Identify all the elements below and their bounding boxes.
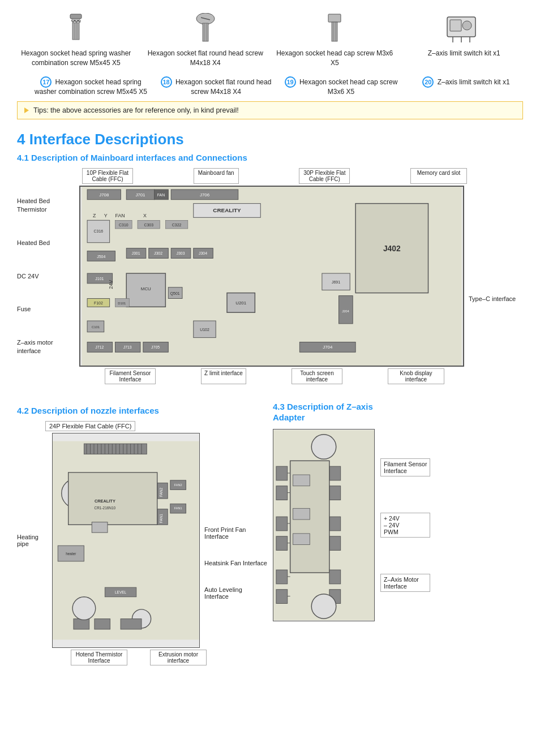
bottom-label-2: Touch screeninterface — [292, 368, 342, 384]
left-label-dc24v: DC 24V — [17, 273, 79, 280]
zaxis-pcb — [273, 429, 375, 621]
svg-text:J704: J704 — [323, 345, 333, 350]
zaxis-diagram-outer: Filament SensorInterface + 24V– 24VPWM Z… — [273, 429, 523, 621]
accessory-18: Hexagon socket flat round head screw M4x… — [147, 11, 265, 68]
svg-text:LEVEL: LEVEL — [115, 590, 127, 594]
svg-text:J302: J302 — [154, 251, 162, 255]
svg-rect-128 — [329, 466, 341, 480]
right-label-typec: Type–C interface — [469, 295, 526, 302]
top-labels: 10P Flexible FlatCable (FFC) Mainboard f… — [82, 168, 467, 184]
svg-rect-2 — [72, 23, 79, 40]
front-print-fan-label: Front Print Fan Interface — [204, 526, 267, 540]
left-label-fuse: Fuse — [17, 306, 79, 312]
left-labels: Heated BedThermistor Heated Bed DC 24V F… — [17, 186, 79, 367]
svg-rect-130 — [276, 517, 288, 531]
mainboard-pcb: J708 J701 FAN J706 CREALITY J402 C316 — [79, 186, 464, 367]
left-label-zaxis-motor: Z–axis motorinterface — [17, 338, 79, 355]
hotend-thermistor-label: Hotend ThermistorInterface — [71, 650, 127, 665]
screw-icon-19 — [312, 11, 357, 45]
svg-text:X: X — [143, 213, 147, 218]
left-label-heated-bed-thermistor: Heated BedThermistor — [17, 197, 79, 213]
svg-text:FAN1: FAN1 — [159, 513, 163, 523]
mainboard-row: Heated BedThermistor Heated Bed DC 24V F… — [17, 186, 526, 367]
zaxis-svg — [273, 429, 374, 621]
svg-text:J713: J713 — [123, 345, 132, 349]
accessory-18-label: Hexagon socket flat round head screw M4x… — [147, 49, 265, 68]
label-20: 20 Z–axis limit switch kit x1 — [409, 76, 523, 96]
svg-rect-132 — [329, 517, 341, 531]
heating-pipe-label: Heating pipe — [17, 534, 49, 547]
svg-rect-1 — [72, 19, 80, 20]
screw-icon-18 — [183, 11, 228, 45]
label-18: 18 Hexagon socket flat round head screw … — [159, 76, 273, 96]
svg-point-119 — [73, 596, 96, 620]
svg-text:J701: J701 — [135, 192, 145, 197]
nozzle-top-label: 24P Flexible Flat Cable (FFC) — [45, 421, 135, 431]
svg-rect-0 — [70, 14, 82, 19]
label-17: 17 Hexagon socket head spring washer com… — [17, 76, 148, 96]
svg-text:CREALITY: CREALITY — [213, 207, 241, 213]
accessories-section: Hexagon socket head spring washer combin… — [17, 11, 523, 68]
svg-text:24V: 24V — [108, 280, 114, 289]
nozzle-board-row: Heating pipe — [17, 433, 267, 648]
section-43: 4.3 Description of Z–axisAdapter — [273, 401, 523, 665]
label-19: 19 Hexagon socket head cap screw M3x6 X5 — [284, 76, 398, 96]
svg-rect-135 — [293, 475, 310, 486]
svg-rect-113 — [74, 618, 89, 629]
svg-text:J708: J708 — [99, 192, 109, 197]
section-42: 4.2 Description of nozzle interfaces 24P… — [17, 401, 267, 665]
svg-rect-133 — [329, 536, 341, 550]
svg-rect-126 — [276, 466, 288, 480]
svg-rect-136 — [293, 508, 310, 519]
nozzle-svg: FAN2 FAN1 CREALITY CR1-216N10 — [53, 433, 199, 647]
svg-text:FAN2: FAN2 — [174, 483, 182, 487]
bottom-label-1: Z limit interface — [201, 368, 246, 384]
zaxis-filament-sensor-label: Filament SensorInterface — [380, 458, 430, 476]
svg-rect-11 — [332, 22, 337, 41]
accessory-20-label: Z–axis limit switch kit x1 — [428, 49, 500, 58]
bottom-label-3: Knob displayinterface — [388, 368, 444, 384]
svg-text:J706: J706 — [200, 192, 210, 197]
svg-text:Q501: Q501 — [170, 291, 180, 295]
zaxis-right-labels: Filament SensorInterface + 24V– 24VPWM Z… — [380, 429, 430, 621]
nozzle-right-labels: Front Print Fan Interface Heatsink Fan I… — [204, 481, 267, 600]
tip-text: Tips: the above accessories are for refe… — [33, 106, 239, 114]
nozzle-pcb: FAN2 FAN1 CREALITY CR1-216N10 — [52, 433, 200, 648]
svg-text:J101: J101 — [95, 277, 104, 281]
svg-text:D101: D101 — [118, 302, 126, 305]
svg-text:FAN: FAN — [115, 213, 125, 218]
svg-text:J204: J204 — [342, 310, 350, 313]
svg-text:C303: C303 — [144, 223, 153, 227]
svg-text:FAN: FAN — [157, 192, 165, 196]
extrusion-motor-label: Extrusion motorinterface — [150, 650, 207, 665]
svg-rect-127 — [276, 486, 288, 500]
nozzle-diagram-outer: 24P Flexible Flat Cable (FFC) Heating pi… — [17, 421, 267, 665]
svg-text:FAN2: FAN2 — [159, 487, 163, 497]
screw-icon-17 — [53, 11, 98, 45]
svg-text:J402: J402 — [383, 243, 401, 252]
zaxis-motor-label: Z–Axis MotorInterface — [380, 574, 430, 592]
svg-text:CREALITY: CREALITY — [95, 499, 115, 504]
svg-rect-137 — [293, 533, 310, 544]
svg-rect-114 — [95, 618, 110, 629]
heatsink-fan-label: Heatsink Fan Interface — [204, 560, 267, 566]
svg-rect-110 — [92, 522, 108, 532]
mainboard-svg: J708 J701 FAN J706 CREALITY J402 C316 — [80, 187, 463, 366]
svg-rect-138 — [276, 570, 288, 584]
svg-text:U102: U102 — [200, 327, 209, 331]
svg-text:J691: J691 — [332, 280, 340, 284]
svg-text:F102: F102 — [94, 301, 103, 305]
svg-rect-85 — [84, 444, 147, 454]
svg-rect-129 — [329, 486, 341, 500]
bottom-sections: 4.2 Description of nozzle interfaces 24P… — [17, 401, 523, 665]
svg-rect-140 — [329, 570, 341, 584]
svg-point-125 — [311, 434, 336, 459]
accessory-17: Hexagon socket head spring washer combin… — [17, 11, 135, 68]
accessory-19-label: Hexagon socket head cap screw M3x6 X5 — [276, 49, 394, 68]
mainboard-section: 10P Flexible FlatCable (FFC) Mainboard f… — [17, 168, 526, 384]
bottom-label-0: Filament SensorInterface — [105, 368, 156, 384]
sub43-title: 4.3 Description of Z–axisAdapter — [273, 401, 523, 423]
svg-text:J303: J303 — [177, 251, 185, 255]
section4-title: 4 Interface Descriptions — [17, 131, 523, 148]
svg-rect-10 — [328, 14, 341, 22]
